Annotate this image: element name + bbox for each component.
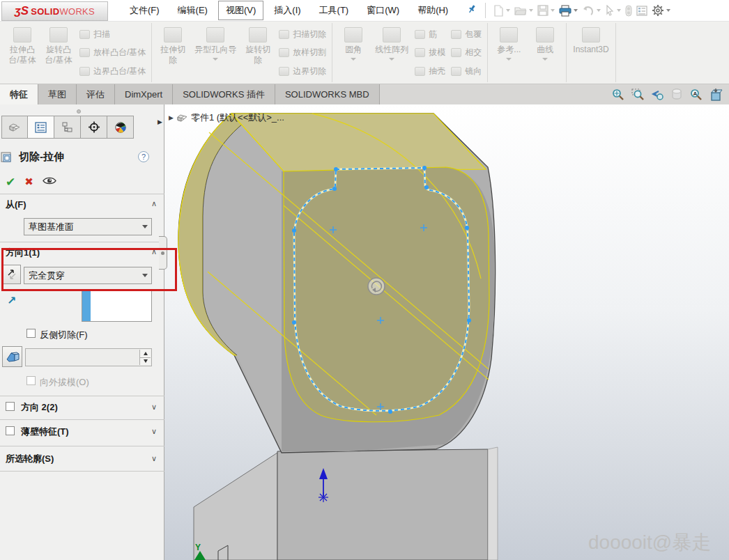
revolved-boss-base-button[interactable]: 旋转凸台/基体 (40, 24, 77, 81)
panel-splitter-dot[interactable] (77, 109, 81, 114)
expand-tree-icon[interactable]: ▶ (169, 114, 174, 121)
direction2-label[interactable]: 方向 2(2) (21, 401, 58, 414)
instant3d-icon (582, 27, 600, 42)
undo-button[interactable] (582, 6, 601, 16)
hole-wizard-button[interactable]: 异型孔向导 (191, 24, 240, 81)
instant3d-button[interactable]: Instant3D (569, 24, 612, 81)
flip-side-checkbox[interactable] (26, 329, 36, 338)
boundary-cut-button[interactable]: 边界切除 (279, 65, 326, 77)
shell-icon (415, 67, 425, 76)
swept-boss-button[interactable]: 扫描 (79, 28, 146, 40)
ribbon-stack: 扫描切除放样切割边界切除 (276, 24, 329, 81)
section-view-icon[interactable] (668, 87, 684, 102)
previous-view-icon[interactable] (649, 87, 665, 102)
end-condition-select[interactable]: 完全贯穿 (24, 267, 152, 284)
thin-feature-label[interactable]: 薄壁特征(T) (21, 426, 69, 438)
collapse-icon[interactable]: ∧ (151, 247, 157, 256)
divider (0, 396, 164, 396)
chevron-down-icon[interactable] (542, 58, 548, 61)
new-file-button[interactable] (493, 5, 510, 17)
mirror-button[interactable]: 镜向 (451, 65, 482, 77)
chevron-down-icon[interactable] (213, 58, 218, 61)
shell-button[interactable]: 抽壳 (415, 65, 445, 77)
extruded-boss-base-button[interactable]: 拉伸凸台/基体 (4, 24, 40, 81)
draft-angle-spinner[interactable] (25, 348, 152, 366)
direction-selection-box[interactable] (82, 289, 152, 322)
from-group-header[interactable]: 从(F) (6, 198, 26, 211)
tab-solidworks-插件[interactable]: SOLIDWORKS 插件 (173, 84, 275, 104)
select-cursor-button[interactable] (605, 5, 621, 16)
menu-1[interactable]: 文件(F) (122, 1, 167, 20)
menu-5[interactable]: 工具(T) (312, 1, 357, 20)
view-orientation-icon[interactable] (707, 87, 723, 102)
extruded-cut-button[interactable]: 拉伸切除 (155, 24, 191, 81)
draft-button[interactable] (2, 346, 22, 367)
direction2-checkbox[interactable] (6, 402, 15, 411)
expand-icon[interactable]: ∨ (151, 403, 157, 412)
rib-button[interactable]: 筋 (415, 28, 445, 40)
chevron-down-icon[interactable] (351, 58, 356, 61)
menu-7[interactable]: 帮助(H) (410, 1, 456, 20)
panel-splitter-handle[interactable] (159, 236, 167, 270)
tab-评估[interactable]: 评估 (77, 84, 115, 104)
save-button[interactable] (537, 5, 555, 16)
swept-cut-button[interactable]: 扫描切除 (279, 28, 326, 40)
start-condition-select[interactable]: 草图基准面 (24, 218, 152, 235)
menu-6[interactable]: 窗口(W) (359, 1, 407, 20)
task-pane-button[interactable] (636, 6, 647, 16)
model-canvas[interactable]: Y dooooit@暴走 (164, 104, 729, 560)
boundary-boss-base-button[interactable]: 边界凸台/基体 (79, 65, 146, 77)
lofted-boss-base-button[interactable]: 放样凸台/基体 (79, 47, 146, 59)
panel-expand-arrow-icon[interactable]: ▶ (158, 118, 162, 125)
zoom-to-fit-icon[interactable] (610, 87, 626, 102)
expand-icon[interactable]: ∨ (151, 427, 157, 436)
tab-feature-manager-tree[interactable] (1, 116, 28, 139)
expand-icon[interactable]: ∨ (151, 454, 157, 463)
open-file-button[interactable] (514, 5, 533, 16)
tab-solidworks-mbd[interactable]: SOLIDWORKS MBD (275, 84, 380, 104)
selected-contours-label[interactable]: 所选轮廓(S) (6, 453, 54, 465)
draft-outward-checkbox[interactable] (26, 376, 36, 385)
revolved-boss-base-label: 台/基体 (45, 55, 72, 65)
spin-down-button[interactable] (140, 358, 151, 366)
collapse-icon[interactable]: ∧ (151, 199, 157, 208)
performance-icon[interactable] (625, 5, 632, 17)
draft-button[interactable]: 拔模 (415, 47, 445, 59)
print-button[interactable] (559, 5, 578, 17)
zoom-to-area-icon[interactable] (629, 87, 645, 102)
reverse-direction-button[interactable] (2, 265, 21, 284)
spin-up-button[interactable] (140, 350, 151, 358)
cancel-button[interactable]: ✖ (24, 176, 33, 188)
tab-configuration-manager[interactable] (54, 116, 81, 139)
menu-4[interactable]: 插入(I) (266, 1, 308, 20)
chevron-down-icon[interactable] (389, 58, 394, 61)
tab-dimxpert[interactable]: DimXpert (115, 84, 173, 104)
linear-pattern-button[interactable]: 线性阵列 (371, 24, 412, 81)
tab-display-manager[interactable] (107, 116, 134, 139)
revolved-cut-button[interactable]: 旋转切除 (240, 24, 276, 81)
tab-dimxpert-manager[interactable] (81, 116, 107, 139)
thin-feature-checkbox[interactable] (6, 426, 15, 435)
viewport-tree-header[interactable]: ▶ 零件1 (默认<<默认>_... (169, 111, 284, 124)
graphics-viewport[interactable]: Y dooooit@暴走 ▶ 零件1 (默认<<默认>_... (164, 104, 729, 560)
reference-geometry-button[interactable]: 参考... (491, 24, 527, 81)
help-icon[interactable]: ? (138, 151, 149, 162)
preview-eye-icon[interactable] (43, 176, 56, 188)
ribbon-stack: 扫描放样凸台/基体边界凸台/基体 (77, 24, 148, 81)
chevron-down-icon[interactable] (506, 58, 512, 61)
view-settings-icon[interactable]: A (688, 87, 704, 102)
wrap-button[interactable]: 包覆 (451, 28, 482, 40)
settings-gear-button[interactable] (652, 4, 670, 17)
fillet-button[interactable]: 圆角 (335, 24, 371, 81)
curves-button[interactable]: 曲线 (527, 24, 563, 81)
tab-草图[interactable]: 草图 (38, 84, 77, 104)
menu-2[interactable]: 编辑(E) (170, 1, 215, 20)
pin-icon[interactable] (464, 3, 479, 17)
lofted-cut-button[interactable]: 放样切割 (279, 47, 326, 59)
direction1-group-header[interactable]: 方向1(1) (6, 246, 40, 259)
intersect-button[interactable]: 相交 (451, 47, 482, 59)
tab-特征[interactable]: 特征 (0, 84, 38, 104)
tab-property-manager[interactable] (28, 116, 54, 139)
menu-3[interactable]: 视图(V) (218, 1, 263, 20)
ok-button[interactable]: ✔ (6, 175, 15, 189)
